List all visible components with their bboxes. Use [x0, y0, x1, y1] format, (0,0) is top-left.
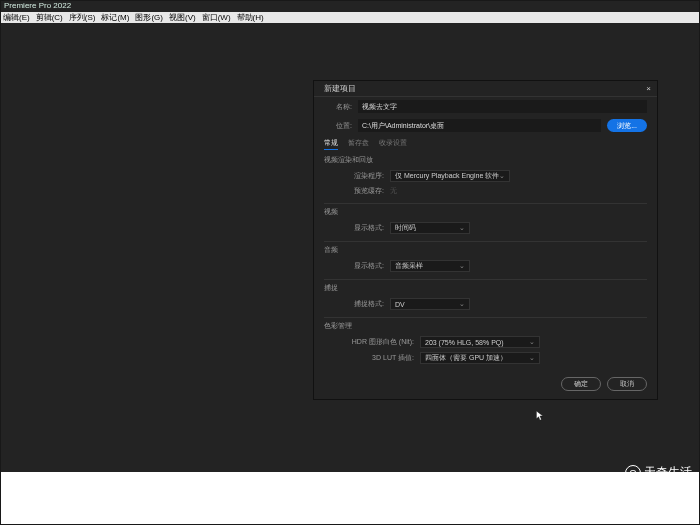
chevron-down-icon: ⌄ — [529, 354, 535, 362]
capture-format-select[interactable]: DV ⌄ — [390, 298, 470, 310]
renderer-label: 渲染程序: — [342, 171, 390, 181]
chevron-down-icon: ⌄ — [499, 172, 505, 180]
menu-edit[interactable]: 编辑(E) — [0, 12, 33, 23]
audio-display-select[interactable]: 音频采样 ⌄ — [390, 260, 470, 272]
hdr-value: 203 (75% HLG, 58% PQ) — [425, 339, 504, 346]
audio-display-label: 显示格式: — [342, 261, 390, 271]
cursor-icon — [536, 411, 544, 421]
ok-button[interactable]: 确定 — [561, 377, 601, 391]
audio-display-value: 音频采样 — [395, 261, 423, 271]
section-video: 视频 显示格式: 时间码 ⌄ — [314, 204, 657, 241]
menu-bar: 编辑(E) 剪辑(C) 序列(S) 标记(M) 图形(G) 视图(V) 窗口(W… — [0, 12, 700, 23]
caption-text: 4、完成以上编辑后 — [0, 487, 700, 517]
menu-clip[interactable]: 剪辑(C) — [33, 12, 66, 23]
menu-markers[interactable]: 标记(M) — [98, 12, 132, 23]
menu-help[interactable]: 帮助(H) — [234, 12, 267, 23]
hdr-label: HDR 图形白色 (Nit): — [342, 337, 420, 347]
location-label: 位置: — [324, 121, 358, 131]
close-icon[interactable]: × — [646, 84, 651, 93]
lut-label: 3D LUT 插值: — [342, 353, 420, 363]
section-capture: 捕捉 捕捉格式: DV ⌄ — [314, 280, 657, 317]
watermark: Q 天奇生活 — [625, 464, 692, 481]
menu-window[interactable]: 窗口(W) — [199, 12, 234, 23]
video-title: 视频 — [324, 207, 647, 217]
dialog-footer: 确定 取消 — [314, 371, 657, 399]
tab-scratch[interactable]: 暂存盘 — [348, 138, 369, 150]
hdr-select[interactable]: 203 (75% HLG, 58% PQ) ⌄ — [420, 336, 540, 348]
menu-view[interactable]: 视图(V) — [166, 12, 199, 23]
section-render: 视频渲染和回放 渲染程序: 仅 Mercury Playback Engine … — [314, 152, 657, 203]
location-input[interactable] — [358, 119, 601, 132]
dialog-titlebar: 新建项目 × — [314, 81, 657, 97]
lut-value: 四面体（需要 GPU 加速） — [425, 353, 507, 363]
dialog-tabs: 常规 暂存盘 收录设置 — [314, 135, 657, 152]
color-title: 色彩管理 — [324, 321, 647, 331]
new-project-dialog: 新建项目 × 名称: 位置: 浏览... 常规 暂存盘 收录设置 视频渲染和回放… — [313, 80, 658, 400]
watermark-text: 天奇生活 — [644, 464, 692, 481]
menu-graphics[interactable]: 图形(G) — [132, 12, 166, 23]
video-display-value: 时间码 — [395, 223, 416, 233]
menu-sequence[interactable]: 序列(S) — [66, 12, 99, 23]
cancel-button[interactable]: 取消 — [607, 377, 647, 391]
chevron-down-icon: ⌄ — [459, 224, 465, 232]
section-audio: 音频 显示格式: 音频采样 ⌄ — [314, 242, 657, 279]
audio-title: 音频 — [324, 245, 647, 255]
location-row: 位置: 浏览... — [314, 116, 657, 135]
section-color: 色彩管理 HDR 图形白色 (Nit): 203 (75% HLG, 58% P… — [314, 318, 657, 371]
render-title: 视频渲染和回放 — [324, 155, 647, 165]
dialog-title-text: 新建项目 — [324, 83, 356, 94]
video-display-select[interactable]: 时间码 ⌄ — [390, 222, 470, 234]
name-input[interactable] — [358, 100, 647, 113]
name-label: 名称: — [324, 102, 358, 112]
capture-format-value: DV — [395, 301, 405, 308]
lut-select[interactable]: 四面体（需要 GPU 加速） ⌄ — [420, 352, 540, 364]
tab-general[interactable]: 常规 — [324, 138, 338, 150]
chevron-down-icon: ⌄ — [459, 300, 465, 308]
chevron-down-icon: ⌄ — [459, 262, 465, 270]
browse-button[interactable]: 浏览... — [607, 119, 647, 132]
app-title: Premiere Pro 2022 — [0, 0, 700, 12]
name-row: 名称: — [314, 97, 657, 116]
preview-value: 无 — [390, 186, 397, 196]
preview-label: 预览缓存: — [342, 186, 390, 196]
renderer-value: 仅 Mercury Playback Engine 软件 — [395, 171, 499, 181]
renderer-select[interactable]: 仅 Mercury Playback Engine 软件 ⌄ — [390, 170, 510, 182]
capture-title: 捕捉 — [324, 283, 647, 293]
tab-ingest[interactable]: 收录设置 — [379, 138, 407, 150]
watermark-icon: Q — [625, 465, 641, 481]
chevron-down-icon: ⌄ — [529, 338, 535, 346]
video-display-label: 显示格式: — [342, 223, 390, 233]
capture-format-label: 捕捉格式: — [342, 299, 390, 309]
